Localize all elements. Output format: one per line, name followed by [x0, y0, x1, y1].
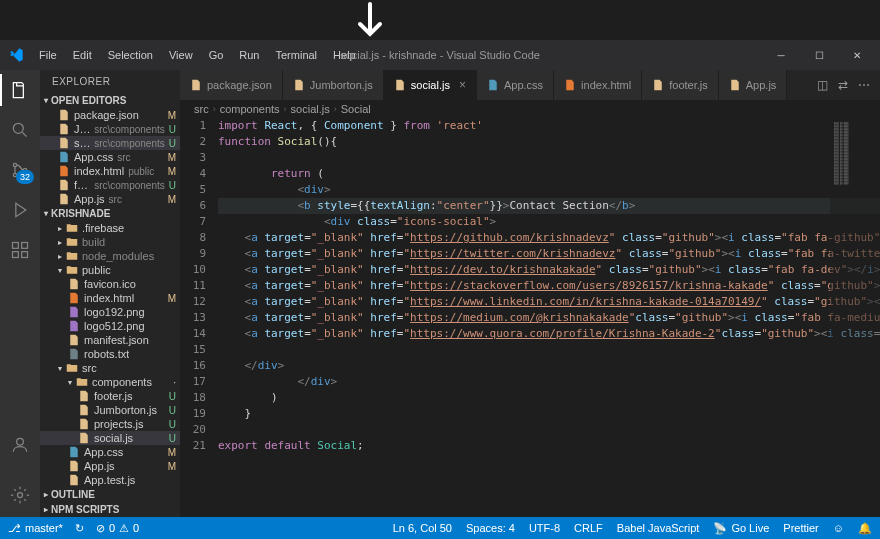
outline-header[interactable]: ▸OUTLINE [40, 487, 180, 502]
maximize-button[interactable]: ☐ [804, 45, 834, 65]
code-line[interactable]: </div> [218, 374, 880, 390]
accounts-activity-icon[interactable] [8, 433, 32, 457]
scm-activity-icon[interactable]: 32 [8, 158, 32, 182]
tab-index-html[interactable]: index.html [554, 70, 642, 100]
breadcrumb[interactable]: src›components›social.js›Social [180, 100, 880, 118]
workspace-header[interactable]: ▾KRISHNADE [40, 206, 180, 221]
breadcrumb-segment[interactable]: Social [341, 103, 371, 115]
language-status[interactable]: Babel JavaScript [617, 522, 700, 535]
file-item[interactable]: robots.txt [40, 347, 180, 361]
tab-package-json[interactable]: package.json [180, 70, 283, 100]
code-line[interactable]: <a target="_blank" href="https://github.… [218, 230, 880, 246]
menu-selection[interactable]: Selection [101, 45, 160, 65]
folder-item[interactable]: ▾public [40, 263, 180, 277]
split-editor-icon[interactable]: ◫ [817, 78, 828, 92]
file-item[interactable]: App.cssM [40, 445, 180, 459]
more-icon[interactable]: ⋯ [858, 78, 870, 92]
breadcrumb-segment[interactable]: src [194, 103, 209, 115]
file-item[interactable]: App.test.js [40, 473, 180, 487]
menu-view[interactable]: View [162, 45, 200, 65]
file-item[interactable]: manifest.json [40, 333, 180, 347]
code-line[interactable]: import React, { Component } from 'react' [218, 118, 880, 134]
breadcrumb-segment[interactable]: social.js [291, 103, 330, 115]
file-item[interactable]: logo192.png [40, 305, 180, 319]
menu-run[interactable]: Run [232, 45, 266, 65]
problems-status[interactable]: ⊘ 0 ⚠ 0 [96, 522, 139, 535]
code-line[interactable]: return ( [218, 166, 880, 182]
golive-status[interactable]: 📡 Go Live [713, 522, 769, 535]
code-line[interactable]: } [218, 406, 880, 422]
explorer-activity-icon[interactable] [8, 78, 32, 102]
folder-item[interactable]: ▾src [40, 361, 180, 375]
open-editor-item[interactable]: footer.js src\componentsU [40, 178, 180, 192]
tab-App-js[interactable]: App.js [719, 70, 788, 100]
minimize-button[interactable]: ─ [766, 45, 796, 65]
tab-App-css[interactable]: App.css [477, 70, 554, 100]
settings-activity-icon[interactable] [8, 483, 32, 507]
code-line[interactable]: <a target="_blank" href="https://www.lin… [218, 294, 880, 310]
open-editor-item[interactable]: index.html publicM [40, 164, 180, 178]
menu-edit[interactable]: Edit [66, 45, 99, 65]
cursor-position[interactable]: Ln 6, Col 50 [393, 522, 452, 535]
folder-item[interactable]: ▸.firebase [40, 221, 180, 235]
encoding-status[interactable]: UTF-8 [529, 522, 560, 535]
code-line[interactable]: <a target="_blank" href="https://medium.… [218, 310, 880, 326]
npm-scripts-header[interactable]: ▸NPM SCRIPTS [40, 502, 180, 517]
open-editor-item[interactable]: App.css srcM [40, 150, 180, 164]
code-line[interactable]: <div class="icons-social"> [218, 214, 880, 230]
chevron-right-icon: ▸ [44, 505, 48, 514]
code-line[interactable]: <a target="_blank" href="https://www.quo… [218, 326, 880, 342]
file-item[interactable]: social.jsU [40, 431, 180, 445]
code-editor[interactable]: 123456789101112131415161718192021 import… [180, 118, 880, 517]
file-item[interactable]: footer.jsU [40, 389, 180, 403]
code-line[interactable]: <a target="_blank" href="https://twitter… [218, 246, 880, 262]
menu-file[interactable]: File [32, 45, 64, 65]
sync-status[interactable]: ↻ [75, 522, 84, 535]
close-tab-icon[interactable]: × [459, 78, 466, 92]
code-line[interactable]: <a target="_blank" href="https://dev.to/… [218, 262, 880, 278]
file-item[interactable]: App.jsM [40, 459, 180, 473]
compare-icon[interactable]: ⇄ [838, 78, 848, 92]
code-line[interactable] [218, 422, 880, 438]
search-activity-icon[interactable] [8, 118, 32, 142]
branch-status[interactable]: ⎇ master* [8, 522, 63, 535]
menu-terminal[interactable]: Terminal [269, 45, 325, 65]
folder-item[interactable]: ▸build [40, 235, 180, 249]
code-line[interactable]: </div> [218, 358, 880, 374]
file-item[interactable]: projects.jsU [40, 417, 180, 431]
code-line[interactable]: ) [218, 390, 880, 406]
open-editor-item[interactable]: App.js srcM [40, 192, 180, 206]
open-editor-item[interactable]: package.jsonM [40, 108, 180, 122]
notifications-icon[interactable]: 🔔 [858, 522, 872, 535]
code-line[interactable]: export default Social; [218, 438, 880, 454]
open-editor-item[interactable]: social.js src\componentsU [40, 136, 180, 150]
code-line[interactable]: <a target="_blank" href="https://stackov… [218, 278, 880, 294]
eol-status[interactable]: CRLF [574, 522, 603, 535]
open-editors-header[interactable]: ▾OPEN EDITORS [40, 93, 180, 108]
feedback-icon[interactable]: ☺ [833, 522, 844, 535]
file-item[interactable]: Jumborton.jsU [40, 403, 180, 417]
open-editor-item[interactable]: Jumborton.js src\componentsU [40, 122, 180, 136]
tab-social-js[interactable]: social.js× [384, 70, 477, 100]
close-window-button[interactable]: ✕ [842, 45, 872, 65]
tab-Jumborton-js[interactable]: Jumborton.js [283, 70, 384, 100]
debug-activity-icon[interactable] [8, 198, 32, 222]
prettier-status[interactable]: Prettier [783, 522, 818, 535]
code-line[interactable] [218, 342, 880, 358]
extensions-activity-icon[interactable] [8, 238, 32, 262]
breadcrumb-segment[interactable]: components [220, 103, 280, 115]
code-line[interactable]: function Social(){ [218, 134, 880, 150]
code-line[interactable] [218, 150, 880, 166]
tab-label: package.json [207, 79, 272, 91]
minimap[interactable]: ████ ██ ████ ████ ██ ████ ████ ██ ████ █… [830, 118, 880, 517]
code-line[interactable]: <b style={{textAlign:"center"}}>Contact … [218, 198, 880, 214]
folder-item[interactable]: ▸node_modules [40, 249, 180, 263]
tab-footer-js[interactable]: footer.js [642, 70, 719, 100]
code-line[interactable]: <div> [218, 182, 880, 198]
file-item[interactable]: index.htmlM [40, 291, 180, 305]
file-item[interactable]: logo512.png [40, 319, 180, 333]
file-item[interactable]: favicon.ico [40, 277, 180, 291]
menu-go[interactable]: Go [202, 45, 231, 65]
indent-status[interactable]: Spaces: 4 [466, 522, 515, 535]
folder-item[interactable]: ▾components· [40, 375, 180, 389]
